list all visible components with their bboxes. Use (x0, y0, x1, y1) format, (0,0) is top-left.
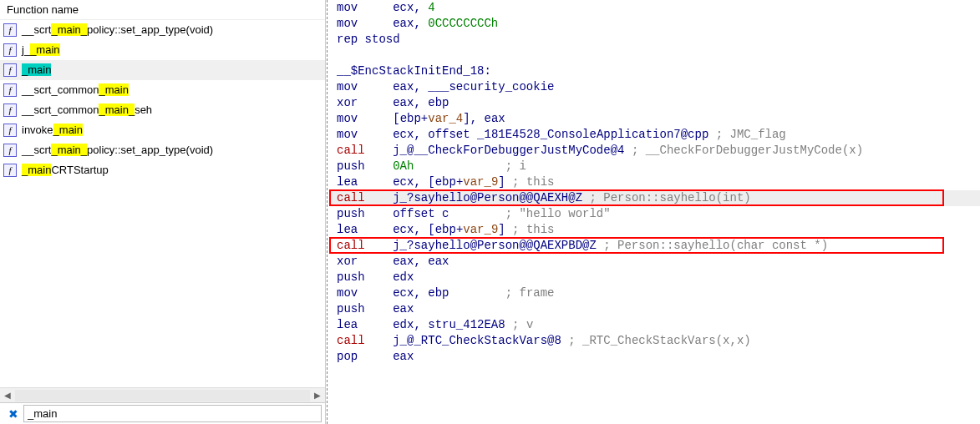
function-item[interactable]: finvoke_main (0, 120, 325, 140)
asm-line[interactable]: mov ecx, offset _181E4528_ConsoleApplica… (329, 127, 980, 143)
function-label: __scrt_common_main (22, 82, 129, 98)
asm-line[interactable]: mov ecx, ebp ; frame (329, 285, 980, 301)
disassembly-view[interactable]: mov ecx, 4mov eax, 0CCCCCCCChrep stosd _… (326, 0, 980, 424)
asm-line[interactable]: push offset c ; "hello world" (329, 206, 980, 222)
function-item[interactable]: f__scrt_common_main_seh (0, 100, 325, 120)
asm-line[interactable]: __$EncStackInitEnd_18: (329, 63, 980, 79)
function-item[interactable]: fj__main (0, 40, 325, 60)
search-row: ✖ (0, 402, 325, 424)
function-item[interactable]: f_main (0, 60, 325, 80)
asm-line[interactable]: call j_?sayhello@Person@@QAEXH@Z ; Perso… (329, 190, 980, 206)
function-icon: f (3, 83, 17, 97)
asm-line[interactable]: mov eax, 0CCCCCCCCh (329, 16, 980, 32)
search-input[interactable] (23, 405, 322, 422)
asm-line[interactable]: lea ecx, [ebp+var_9] ; this (329, 174, 980, 190)
scroll-right-icon[interactable]: ▶ (310, 388, 325, 403)
asm-line[interactable]: pop eax (329, 349, 980, 365)
asm-line[interactable]: mov [ebp+var_4], eax (329, 111, 980, 127)
asm-line[interactable] (329, 48, 980, 63)
function-label: __scrt_common_main_seh (22, 102, 152, 119)
gutter-line (327, 0, 328, 424)
function-label: j__main (22, 42, 60, 58)
function-icon: f (3, 43, 17, 57)
asm-line[interactable]: xor eax, eax (329, 254, 980, 270)
function-icon: f (3, 124, 17, 137)
function-item[interactable]: f__scrt_main_policy::set_app_type(void) (0, 20, 325, 40)
function-label: __scrt_main_policy::set_app_type(void) (22, 22, 213, 38)
function-label: _mainCRTStartup (22, 162, 109, 179)
function-icon: f (3, 23, 17, 37)
asm-line[interactable]: xor eax, ebp (329, 95, 980, 111)
asm-line[interactable]: push 0Ah ; i (329, 159, 980, 174)
scroll-left-icon[interactable]: ◀ (0, 388, 15, 403)
function-item[interactable]: f__scrt_main_policy::set_app_type(void) (0, 140, 325, 160)
function-icon: f (3, 144, 17, 157)
scroll-track[interactable] (15, 390, 310, 401)
function-item[interactable]: f_mainCRTStartup (0, 160, 325, 180)
asm-line[interactable]: lea edx, stru_412EA8 ; v (329, 317, 980, 333)
asm-line[interactable]: mov ecx, 4 (329, 0, 980, 16)
close-icon[interactable]: ✖ (3, 407, 23, 421)
function-list[interactable]: f__scrt_main_policy::set_app_type(void)f… (0, 20, 325, 387)
function-list-header: Function name (0, 0, 325, 20)
function-list-panel: Function name f__scrt_main_policy::set_a… (0, 0, 326, 424)
asm-line[interactable]: call j_?sayhello@Person@@QAEXPBD@Z ; Per… (329, 238, 980, 254)
function-icon: f (3, 164, 17, 177)
asm-line[interactable]: mov eax, ___security_cookie (329, 79, 980, 95)
horizontal-scrollbar[interactable]: ◀ ▶ (0, 387, 325, 402)
asm-line[interactable]: call j_@_RTC_CheckStackVars@8 ; _RTC_Che… (329, 333, 980, 349)
function-icon: f (3, 103, 17, 117)
function-label: invoke_main (22, 122, 83, 139)
function-label: _main (22, 62, 51, 78)
function-icon: f (3, 63, 17, 77)
asm-line[interactable]: push eax (329, 301, 980, 317)
function-item[interactable]: f__scrt_common_main (0, 80, 325, 100)
asm-line[interactable]: push edx (329, 270, 980, 285)
asm-line[interactable]: call j_@__CheckForDebuggerJustMyCode@4 ;… (329, 143, 980, 159)
asm-line[interactable]: lea ecx, [ebp+var_9] ; this (329, 222, 980, 238)
function-label: __scrt_main_policy::set_app_type(void) (22, 142, 213, 159)
asm-line[interactable]: rep stosd (329, 32, 980, 48)
